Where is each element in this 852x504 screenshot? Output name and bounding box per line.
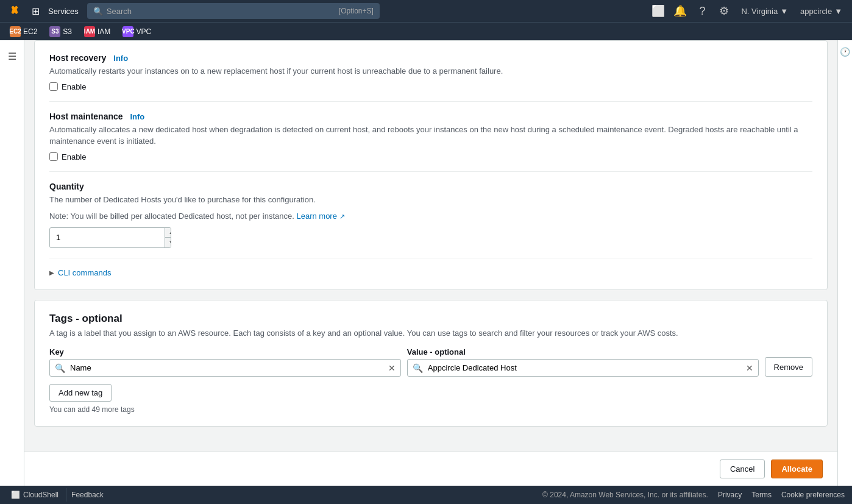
key-input-wrapper: 🔍 ✕ [49, 359, 401, 377]
learn-more-link[interactable]: Learn more ↗ [296, 211, 344, 221]
notifications-icon[interactable]: 🔔 [670, 1, 690, 21]
key-input[interactable] [70, 360, 383, 376]
search-icon: 🔍 [93, 7, 103, 16]
host-recovery-checkbox-input[interactable] [49, 82, 58, 91]
vpc-badge: VPC [122, 26, 133, 37]
host-settings-panel: Host recovery Info Automatically restart… [34, 40, 828, 290]
region-label: N. Virginia [741, 7, 778, 16]
remove-tag-button[interactable]: Remove [765, 357, 812, 377]
tags-description: A tag is a label that you assign to an A… [49, 327, 812, 339]
search-input[interactable] [107, 7, 335, 16]
s3-label: S3 [63, 27, 72, 36]
iam-service-tag[interactable]: IAM IAM [79, 25, 115, 38]
quantity-section: Quantity The number of Dedicated Hosts y… [49, 182, 812, 248]
iam-badge: IAM [84, 26, 95, 37]
ec2-badge: EC2 [10, 26, 21, 37]
settings-icon[interactable]: ⚙ [714, 1, 734, 21]
footer: ⬜ CloudShell Feedback © 2024, Amazon Web… [0, 486, 852, 504]
value-label: Value - optional [407, 347, 759, 357]
quantity-spinners: ▲ ▼ [165, 228, 171, 247]
s3-service-tag[interactable]: S3 S3 [44, 25, 77, 38]
cloudshell-nav-icon[interactable]: ⬜ [648, 1, 668, 21]
vpc-label: VPC [136, 27, 151, 36]
allocate-button[interactable]: Allocate [771, 460, 823, 478]
quantity-note: Note: You will be billed per allocated D… [49, 210, 812, 222]
cli-arrow-icon: ▶ [49, 269, 54, 276]
quantity-field[interactable]: 1 [50, 229, 165, 246]
right-panel: 🕐 [837, 40, 852, 504]
cli-commands-label: CLI commands [58, 268, 111, 277]
host-recovery-label: Host recovery Info [49, 53, 812, 63]
value-input-wrapper: 🔍 ✕ [407, 359, 759, 377]
account-label: appcircle [800, 7, 832, 16]
account-chevron: ▼ [834, 7, 842, 16]
region-button[interactable]: N. Virginia ▼ [736, 4, 793, 18]
cookie-preferences-link[interactable]: Cookie preferences [781, 491, 845, 499]
add-new-tag-button[interactable]: Add new tag [49, 384, 112, 402]
sidebar-menu-button[interactable]: ☰ [1, 45, 23, 67]
host-recovery-desc: Automatically restarts your instances on… [49, 65, 812, 77]
terms-link[interactable]: Terms [751, 491, 772, 499]
key-column: Key 🔍 ✕ [49, 347, 401, 377]
value-clear-button[interactable]: ✕ [741, 363, 758, 373]
footer-right: © 2024, Amazon Web Services, Inc. or its… [542, 491, 845, 499]
nav-icons: ⬜ 🔔 ? ⚙ N. Virginia ▼ appcircle ▼ [648, 1, 847, 21]
vpc-service-tag[interactable]: VPC VPC [118, 25, 156, 38]
ec2-label: EC2 [23, 27, 37, 36]
value-column: Value - optional 🔍 ✕ [407, 347, 759, 377]
top-nav: ⊞ Services 🔍 [Option+S] ⬜ 🔔 ? ⚙ N. Virgi… [0, 0, 852, 22]
privacy-link[interactable]: Privacy [718, 491, 742, 499]
right-panel-icon[interactable]: 🕐 [839, 45, 852, 59]
account-button[interactable]: appcircle ▼ [795, 4, 847, 18]
quantity-decrement-button[interactable]: ▼ [165, 238, 171, 247]
key-search-icon: 🔍 [50, 363, 70, 373]
key-clear-button[interactable]: ✕ [383, 363, 400, 373]
quantity-input-wrapper: 1 ▲ ▼ [49, 227, 171, 248]
host-recovery-enable-checkbox[interactable]: Enable [49, 82, 812, 91]
sidebar: ☰ [0, 40, 24, 504]
host-maintenance-info-link[interactable]: Info [130, 112, 144, 121]
host-maintenance-enable-checkbox[interactable]: Enable [49, 152, 812, 161]
cancel-button[interactable]: Cancel [720, 460, 765, 478]
tags-grid: Key 🔍 ✕ Value - optional 🔍 ✕ [49, 346, 812, 377]
host-maintenance-enable-label: Enable [62, 152, 86, 161]
quantity-label: Quantity [49, 182, 812, 191]
region-chevron: ▼ [780, 7, 788, 16]
aws-logo[interactable] [5, 1, 24, 21]
ec2-service-tag[interactable]: EC2 EC2 [5, 25, 42, 38]
host-maintenance-desc: Automatically allocates a new dedicated … [49, 124, 812, 147]
grid-icon: ⊞ [32, 5, 40, 17]
cloudshell-label: CloudShell [23, 491, 59, 499]
host-recovery-section: Host recovery Info Automatically restart… [49, 53, 812, 91]
host-recovery-info-link[interactable]: Info [113, 54, 128, 63]
host-maintenance-checkbox-input[interactable] [49, 152, 58, 161]
services-button[interactable]: Services [44, 4, 82, 18]
cli-commands-section[interactable]: ▶ CLI commands [49, 268, 812, 277]
s3-badge: S3 [49, 26, 60, 37]
search-bar: 🔍 [Option+S] [87, 3, 380, 19]
help-icon[interactable]: ? [692, 1, 712, 21]
footer-left: ⬜ CloudShell Feedback [7, 488, 108, 502]
tags-section-title: Tags - optional [49, 313, 812, 325]
iam-label: IAM [98, 27, 110, 36]
host-maintenance-label: Host maintenance Info [49, 112, 812, 121]
service-bar: EC2 EC2 S3 S3 IAM IAM VPC VPC [0, 22, 852, 40]
search-shortcut: [Option+S] [339, 7, 374, 15]
cloudshell-icon: ⬜ [11, 491, 20, 499]
tags-panel: Tags - optional A tag is a label that yo… [34, 300, 828, 427]
key-label: Key [49, 347, 401, 357]
tag-count-text: You can add 49 more tags [49, 405, 812, 414]
quantity-increment-button[interactable]: ▲ [165, 228, 171, 238]
main-content: Host recovery Info Automatically restart… [24, 40, 837, 504]
external-link-icon: ↗ [339, 213, 345, 220]
action-bar: Cancel Allocate [24, 452, 837, 486]
cloudshell-footer-button[interactable]: ⬜ CloudShell [7, 488, 62, 502]
remove-column: Remove [765, 346, 812, 377]
feedback-button[interactable]: Feedback [66, 488, 108, 502]
value-search-icon: 🔍 [408, 363, 428, 373]
value-input[interactable] [428, 360, 741, 376]
host-recovery-enable-label: Enable [62, 82, 86, 91]
services-label: Services [48, 7, 79, 16]
footer-copyright: © 2024, Amazon Web Services, Inc. or its… [542, 491, 708, 499]
host-maintenance-section: Host maintenance Info Automatically allo… [49, 112, 812, 161]
